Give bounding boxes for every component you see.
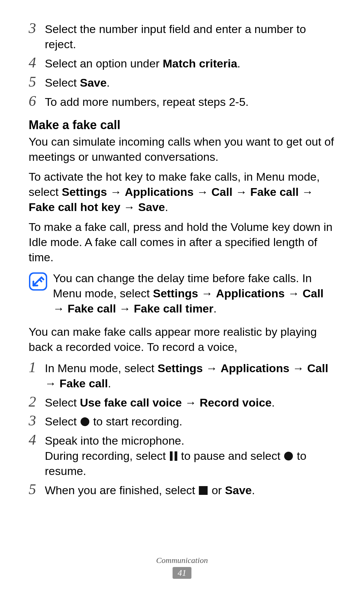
arrow-icon: → — [120, 201, 138, 213]
note-block: You can change the delay time before fak… — [29, 271, 335, 316]
step-text: Select to start recording. — [45, 413, 335, 429]
paragraph-makecall: To make a fake call, press and hold the … — [29, 219, 335, 265]
bold-text: Call — [303, 287, 324, 300]
arrow-icon: → — [182, 396, 200, 409]
arrow-icon: → — [193, 185, 211, 198]
step-text: To add more numbers, repeat steps 2-5. — [45, 93, 335, 110]
text: When you are finished, select — [45, 484, 198, 497]
bold-text: Call — [307, 362, 328, 375]
bold-text: Fake call — [59, 377, 108, 390]
paragraph-recordintro: You can make fake calls appear more real… — [29, 324, 335, 355]
bold-text: Settings — [158, 362, 203, 375]
arrow-icon: → — [203, 362, 221, 375]
footer-section-name: Communication — [0, 556, 364, 565]
step: 5When you are finished, select or Save. — [29, 481, 335, 498]
note-icon — [29, 272, 48, 291]
step: 3Select the number input field and enter… — [29, 20, 335, 52]
arrow-icon: → — [285, 287, 303, 300]
bold-text: Record voice — [200, 396, 272, 409]
step-number: 4 — [29, 55, 45, 70]
bold-text: Fake call — [67, 302, 116, 315]
bold-text: Save — [225, 484, 252, 497]
arrow-icon: → — [233, 185, 250, 198]
text: . — [272, 396, 275, 409]
text: In Menu mode, select — [45, 362, 158, 375]
step-text: Select Use fake call voice → Record voic… — [45, 394, 335, 410]
arrow-icon: → — [107, 185, 125, 198]
text: to start recording. — [90, 415, 182, 428]
step-number: 4 — [29, 432, 45, 447]
step-number: 1 — [29, 359, 45, 375]
text: You can simulate incoming calls when you… — [29, 135, 334, 163]
arrow-icon: → — [116, 302, 134, 315]
bold-text: Save — [80, 76, 107, 89]
step-number: 6 — [29, 93, 45, 109]
step-text: In Menu mode, select Settings → Applicat… — [45, 359, 335, 391]
section-title: Make a fake call — [29, 118, 335, 132]
text: Select the number input field and enter … — [45, 23, 306, 51]
note-text: You can change the delay time before fak… — [53, 271, 335, 316]
bold-text: Use fake call voice — [80, 396, 182, 409]
bold-text: Settings — [62, 185, 107, 198]
text: . — [165, 201, 168, 213]
step: 5Select Save. — [29, 74, 335, 90]
text: Select — [45, 415, 80, 428]
step-number: 5 — [29, 74, 45, 89]
record-icon — [81, 417, 89, 426]
step: 6To add more numbers, repeat steps 2-5. — [29, 93, 335, 110]
text: Speak into the microphone. — [45, 434, 184, 447]
text: To add more numbers, repeat steps 2-5. — [45, 95, 249, 108]
text: . — [237, 57, 240, 70]
step-number: 3 — [29, 20, 45, 36]
bold-text: Fake call timer — [134, 302, 213, 315]
bold-text: Fake call hot key — [29, 201, 120, 213]
bold-text: Fake call — [250, 185, 299, 198]
step: 4Speak into the microphone.During record… — [29, 432, 335, 479]
text: To make a fake call, press and hold the … — [29, 220, 333, 264]
page-footer: Communication 41 — [0, 556, 364, 579]
step-number: 5 — [29, 481, 45, 497]
step: 3Select to start recording. — [29, 413, 335, 429]
bold-text: Save — [138, 201, 165, 213]
text: During recording, select — [45, 449, 169, 462]
step-text: Select an option under Match criteria. — [45, 55, 335, 71]
bold-text: Match criteria — [163, 57, 237, 70]
text: . — [107, 76, 110, 89]
step: 4Select an option under Match criteria. — [29, 55, 335, 71]
bold-text: Call — [211, 185, 232, 198]
manual-page: 3Select the number input field and enter… — [0, 0, 364, 498]
text: or — [208, 484, 225, 497]
text: . — [213, 302, 216, 315]
arrow-icon: → — [299, 185, 313, 198]
bold-text: Applications — [221, 362, 290, 375]
arrow-icon: → — [53, 302, 67, 315]
bold-text: Applications — [125, 185, 193, 198]
bold-text: Settings — [153, 287, 198, 300]
paragraph-intro: You can simulate incoming calls when you… — [29, 134, 335, 165]
paragraph-hotkey: To activate the hot key to make fake cal… — [29, 169, 335, 215]
pause-icon — [170, 451, 177, 461]
bold-text: Applications — [216, 287, 285, 300]
step-text: When you are finished, select or Save. — [45, 481, 335, 498]
top-step-list: 3Select the number input field and enter… — [29, 20, 335, 109]
step-number: 2 — [29, 394, 45, 409]
text: . — [108, 377, 111, 390]
record-icon — [284, 452, 293, 460]
step-text: Select Save. — [45, 74, 335, 90]
arrow-icon: → — [290, 362, 307, 375]
step-text: Select the number input field and enter … — [45, 20, 335, 52]
text: You can make fake calls appear more real… — [29, 325, 317, 353]
text: Select — [45, 76, 80, 89]
text: to pause and select — [178, 449, 284, 462]
arrow-icon: → — [198, 287, 216, 300]
step: 1In Menu mode, select Settings → Applica… — [29, 359, 335, 391]
text: Select — [45, 396, 80, 409]
step: 2Select Use fake call voice → Record voi… — [29, 394, 335, 410]
page-number-badge: 41 — [173, 567, 191, 579]
stop-icon — [199, 486, 208, 495]
step-number: 3 — [29, 413, 45, 428]
text: . — [252, 484, 255, 497]
text: Select an option under — [45, 57, 163, 70]
step-text: Speak into the microphone.During recordi… — [45, 432, 335, 479]
arrow-icon: → — [45, 377, 59, 390]
